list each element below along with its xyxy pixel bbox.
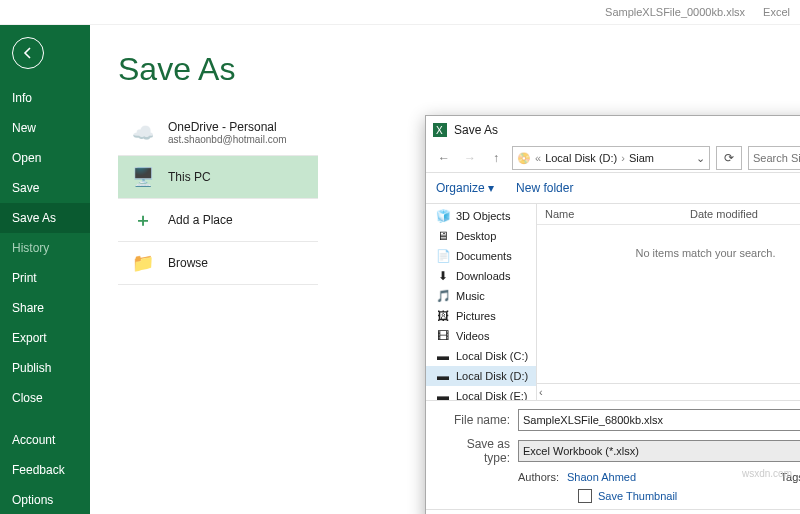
sidebar-item-info[interactable]: Info bbox=[0, 83, 90, 113]
sidebar-item-history[interactable]: History bbox=[0, 233, 90, 263]
excel-icon: X bbox=[432, 122, 448, 138]
dialog-form: File name: SampleXLSFile_6800kb.xlsx⌄ Sa… bbox=[426, 400, 800, 509]
back-button[interactable] bbox=[12, 37, 44, 69]
location-browse[interactable]: 📁 Browse bbox=[118, 242, 318, 285]
svg-text:X: X bbox=[436, 125, 443, 136]
folder-icon: 📁 bbox=[130, 252, 156, 274]
location-addplace[interactable]: ＋ Add a Place bbox=[118, 199, 318, 242]
empty-message: No items match your search. bbox=[537, 225, 800, 383]
monitor-icon: 🖥️ bbox=[130, 166, 156, 188]
doc-name: SampleXLSFile_0000kb.xlsx bbox=[605, 6, 745, 18]
filetype-select[interactable]: Excel Workbook (*.xlsx)⌄ bbox=[518, 440, 800, 462]
tree-item[interactable]: 🖼Pictures bbox=[426, 306, 536, 326]
dialog-toolbar: Organize ▾ New folder ☰ ▾ ? bbox=[426, 172, 800, 204]
sidebar-item-feedback[interactable]: Feedback bbox=[0, 455, 90, 485]
save-thumbnail-checkbox[interactable]: Save Thumbnail bbox=[438, 483, 800, 509]
tree-item[interactable]: 🎵Music bbox=[426, 286, 536, 306]
tree-item[interactable]: ▬Local Disk (D:) bbox=[426, 366, 536, 386]
dialog-title: Save As bbox=[454, 123, 498, 137]
column-headers[interactable]: Name Date modified Type bbox=[537, 204, 800, 225]
backstage-sidebar: InfoNewOpenSaveSave AsHistoryPrintShareE… bbox=[0, 25, 90, 514]
address-bar[interactable]: 📀 « Local Disk (D:) › Siam ⌄ bbox=[512, 146, 710, 170]
save-as-dialog: X Save As ✕ ← → ↑ 📀 « Local Disk (D:) › … bbox=[425, 115, 800, 514]
folder-tree[interactable]: 🧊3D Objects🖥Desktop📄Documents⬇Downloads🎵… bbox=[426, 204, 537, 400]
tree-item[interactable]: ▬Local Disk (C:) bbox=[426, 346, 536, 366]
authors-link[interactable]: Shaon Ahmed bbox=[567, 471, 636, 483]
nav-back-button[interactable]: ← bbox=[434, 148, 454, 168]
sidebar-item-publish[interactable]: Publish bbox=[0, 353, 90, 383]
new-folder-button[interactable]: New folder bbox=[516, 181, 573, 195]
refresh-button[interactable]: ⟳ bbox=[716, 146, 742, 170]
location-thispc[interactable]: 🖥️ This PC bbox=[118, 156, 318, 199]
filename-input[interactable]: SampleXLSFile_6800kb.xlsx⌄ bbox=[518, 409, 800, 431]
sidebar-item-account[interactable]: Account bbox=[0, 425, 90, 455]
dialog-nav: ← → ↑ 📀 « Local Disk (D:) › Siam ⌄ ⟳ bbox=[426, 144, 800, 172]
organize-menu[interactable]: Organize ▾ bbox=[436, 181, 494, 195]
tree-item[interactable]: 📄Documents bbox=[426, 246, 536, 266]
drive-icon: 📀 bbox=[517, 152, 531, 165]
sidebar-item-close[interactable]: Close bbox=[0, 383, 90, 413]
tree-item[interactable]: ▬Local Disk (E:) bbox=[426, 386, 536, 400]
nav-forward-button[interactable]: → bbox=[460, 148, 480, 168]
file-list-pane: Name Date modified Type No items match y… bbox=[537, 204, 800, 400]
location-onedrive[interactable]: ☁️ OneDrive - Personalast.shaonbd@hotmai… bbox=[118, 110, 318, 156]
watermark: wsxdn.com bbox=[742, 468, 792, 479]
tree-item[interactable]: 🖥Desktop bbox=[426, 226, 536, 246]
tree-item[interactable]: ⬇Downloads bbox=[426, 266, 536, 286]
tree-item[interactable]: 🧊3D Objects bbox=[426, 206, 536, 226]
sidebar-item-save-as[interactable]: Save As bbox=[0, 203, 90, 233]
plus-icon: ＋ bbox=[130, 209, 156, 231]
sidebar-item-print[interactable]: Print bbox=[0, 263, 90, 293]
page-title: Save As bbox=[118, 51, 776, 88]
save-locations: ☁️ OneDrive - Personalast.shaonbd@hotmai… bbox=[118, 110, 318, 285]
tree-item[interactable]: 🎞Videos bbox=[426, 326, 536, 346]
dialog-titlebar: X Save As ✕ bbox=[426, 116, 800, 144]
sidebar-item-new[interactable]: New bbox=[0, 113, 90, 143]
sidebar-item-export[interactable]: Export bbox=[0, 323, 90, 353]
sidebar-item-options[interactable]: Options bbox=[0, 485, 90, 514]
nav-up-button[interactable]: ↑ bbox=[486, 148, 506, 168]
app-name: Excel bbox=[763, 6, 790, 18]
h-scrollbar[interactable]: ‹› bbox=[537, 383, 800, 400]
dialog-footer: ⌃Hide Folders Tools ▾ Save Cancel bbox=[426, 509, 800, 514]
sidebar-item-open[interactable]: Open bbox=[0, 143, 90, 173]
sidebar-item-save[interactable]: Save bbox=[0, 173, 90, 203]
app-titlebar: SampleXLSFile_0000kb.xlsx Excel bbox=[0, 0, 800, 25]
sidebar-item-share[interactable]: Share bbox=[0, 293, 90, 323]
search-input[interactable] bbox=[748, 146, 800, 170]
cloud-icon: ☁️ bbox=[130, 122, 156, 144]
